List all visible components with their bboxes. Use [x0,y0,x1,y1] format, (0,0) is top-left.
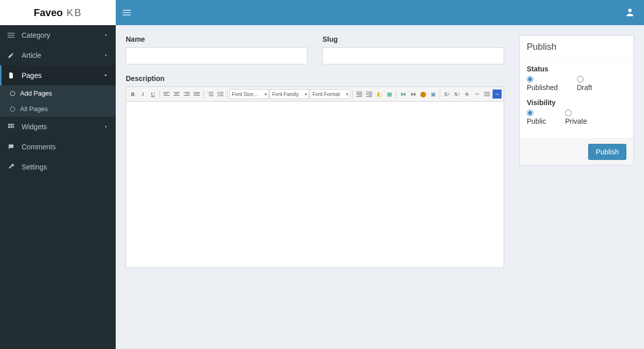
sidebar-item-settings[interactable]: Settings [0,157,116,177]
radio-label: Public [527,117,546,125]
publish-button[interactable]: Publish [588,144,626,160]
slug-label: Slug [323,35,504,43]
svg-rect-35 [356,92,362,93]
visibility-private-radio[interactable] [565,110,572,116]
sidebar-subitem-label: Add Pages [20,90,52,97]
status-published-radio[interactable] [527,76,533,82]
logo-suffix: KB [63,7,82,18]
align-left-button[interactable] [162,90,171,99]
svg-rect-15 [164,95,170,96]
underline-button[interactable]: U [148,90,157,99]
clear-format-button[interactable]: ✂ [472,90,481,99]
font-family-select[interactable]: Font Family. [270,89,309,99]
svg-rect-12 [13,126,14,128]
sidebar: Category Article Pages Add Pages [0,25,116,349]
ol-icon: 1 [207,91,213,97]
sidebar-item-article[interactable]: Article [0,45,116,65]
hr-button[interactable] [482,90,492,99]
editor-toolbar: B I U 1 Font Size... Font Family. [126,87,504,102]
svg-rect-24 [194,95,200,96]
unlink-button[interactable]: ⧓ [409,90,418,99]
font-size-select[interactable]: Font Size... [229,89,269,99]
svg-rect-4 [8,33,15,33]
svg-rect-21 [184,95,190,96]
status-draft-radio[interactable] [577,76,584,82]
italic-button[interactable]: I [138,90,147,99]
svg-rect-41 [368,95,372,96]
indent-button[interactable] [365,90,374,99]
indent-icon [366,91,372,97]
highlight-button[interactable]: ◧ [375,90,384,99]
visibility-public-radio[interactable] [527,110,533,116]
svg-rect-42 [366,97,372,97]
sidebar-item-label: Article [22,51,41,59]
sidebar-toggle-button[interactable] [116,0,138,25]
visibility-private-option[interactable]: Private [565,110,587,125]
bold-button[interactable]: B [128,90,137,99]
svg-rect-10 [8,126,10,128]
svg-rect-44 [484,94,490,95]
edit-icon [8,52,18,59]
sidebar-subitem-all-pages[interactable]: All Pages [0,101,116,117]
svg-rect-11 [11,126,12,128]
strikethrough-button[interactable]: S [462,90,471,99]
image-button[interactable]: ⬤ [419,90,428,99]
publish-box-title: Publish [520,36,633,59]
sidebar-subitem-label: All Pages [20,105,48,113]
ordered-list-button[interactable]: 1 [206,90,215,99]
link-button[interactable]: ⧓ [398,90,408,99]
svg-rect-7 [8,124,10,126]
grid-icon [8,123,18,130]
source-button[interactable]: ▭ [493,90,502,99]
editor-textarea[interactable] [126,102,504,268]
user-menu[interactable] [625,7,635,19]
svg-rect-32 [219,94,223,95]
sidebar-subitem-add-pages[interactable]: Add Pages [0,85,116,101]
svg-rect-38 [356,97,362,97]
sidebar-submenu-pages: Add Pages All Pages [0,85,116,117]
unordered-list-button[interactable] [216,90,225,99]
publish-box: Publish Status Published Draft [519,35,634,165]
code-button[interactable]: ▣ [429,90,438,99]
outdent-button[interactable] [355,90,364,99]
svg-rect-39 [366,92,372,93]
chevron-left-icon [103,31,108,39]
sidebar-item-widgets[interactable]: Widgets [0,117,116,137]
sidebar-item-category[interactable]: Category [0,25,116,45]
svg-rect-43 [484,92,490,93]
sidebar-item-label: Widgets [22,123,47,131]
table-button[interactable]: ▦ [385,90,394,99]
svg-rect-19 [184,92,190,93]
svg-rect-34 [219,96,223,96]
main-content: Name Slug Description B I U [116,25,644,349]
svg-rect-17 [175,94,179,94]
status-draft-option[interactable]: Draft [577,76,592,92]
svg-rect-8 [11,124,12,126]
align-center-button[interactable] [172,90,181,99]
slug-input[interactable] [323,47,504,64]
circle-icon [10,91,15,96]
align-justify-button[interactable] [192,90,201,99]
svg-point-33 [218,96,219,97]
status-published-option[interactable]: Published [527,76,558,92]
top-header: Faveo KB [0,0,644,25]
chevron-left-icon [103,51,108,59]
visibility-label: Visibility [527,99,626,107]
svg-rect-40 [368,94,372,94]
visibility-public-option[interactable]: Public [527,110,546,125]
subscript-button[interactable]: X2 [442,90,451,99]
user-icon [625,7,635,17]
comment-icon [8,143,18,150]
svg-rect-22 [194,92,200,93]
svg-rect-6 [8,37,15,38]
chevron-left-icon [103,123,108,131]
superscript-button[interactable]: X2 [452,90,461,99]
description-label: Description [126,74,504,82]
name-input[interactable] [126,47,307,64]
sidebar-item-comments[interactable]: Comments [0,137,116,157]
font-format-select[interactable]: Font Format [310,89,350,99]
svg-rect-9 [13,124,14,126]
align-right-button[interactable] [182,90,191,99]
logo[interactable]: Faveo KB [0,0,116,25]
sidebar-item-pages[interactable]: Pages [0,65,116,85]
